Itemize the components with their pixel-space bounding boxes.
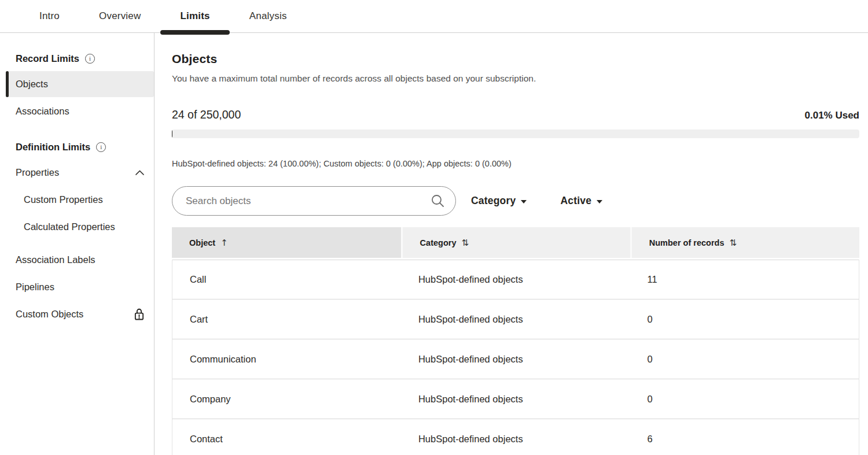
sidebar-item-properties[interactable]: Properties	[0, 160, 154, 186]
cell-object: Contact	[172, 419, 401, 455]
sidebar-item-custom-properties[interactable]: Custom Properties	[0, 187, 154, 213]
tab-overview[interactable]: Overview	[79, 0, 160, 32]
sidebar-item-label: Association Labels	[16, 254, 95, 265]
sidebar-item-objects[interactable]: Objects	[6, 71, 154, 97]
section-title-text: Record Limits	[16, 53, 79, 64]
cell-object: Company	[172, 379, 401, 419]
category-filter-button[interactable]: Category	[471, 189, 527, 213]
table-row: Communication HubSpot-defined objects 0	[172, 339, 859, 379]
sidebar-item-label: Pipelines	[16, 282, 54, 293]
usage-percent: 0.01% Used	[805, 110, 860, 121]
filter-label: Active	[560, 195, 591, 207]
sort-asc-icon: ↑	[220, 238, 228, 248]
search-input[interactable]	[172, 186, 456, 216]
search-field	[172, 186, 456, 216]
table-row: Company HubSpot-defined objects 0	[172, 379, 859, 419]
table-row: Call HubSpot-defined objects 11	[172, 260, 859, 299]
active-tab-indicator	[160, 30, 229, 35]
info-icon[interactable]: i	[85, 54, 95, 64]
tab-label: Intro	[39, 10, 60, 22]
cell-records: 0	[630, 379, 859, 419]
cell-records: 11	[630, 260, 859, 299]
filter-label: Category	[471, 195, 516, 207]
column-label: Category	[420, 238, 457, 247]
cell-object: Call	[172, 260, 401, 299]
caret-down-icon	[521, 200, 527, 204]
cell-records: 0	[630, 299, 859, 339]
sidebar-item-label: Properties	[16, 167, 59, 178]
main-content: Objects You have a maximum total number …	[155, 33, 868, 455]
active-filter-button[interactable]: Active	[560, 189, 602, 213]
tab-analysis[interactable]: Analysis	[230, 0, 307, 32]
selected-indicator	[6, 71, 9, 97]
table-header: Object ↑ Category ⇅ Number of records ⇅	[172, 227, 859, 258]
top-tab-bar: Intro Overview Limits Analysis	[0, 0, 868, 33]
cell-category: HubSpot-defined objects	[401, 419, 630, 455]
section-title-record-limits: Record Limits i	[0, 52, 154, 65]
cell-records: 6	[630, 419, 859, 455]
sidebar-item-calculated-properties[interactable]: Calculated Properties	[0, 214, 154, 240]
column-header-category[interactable]: Category ⇅	[401, 227, 630, 258]
sidebar-item-associations[interactable]: Associations	[0, 98, 154, 124]
lock-icon	[134, 308, 145, 321]
sidebar-item-association-labels[interactable]: Association Labels	[0, 247, 154, 273]
sidebar-item-label: Custom Objects	[16, 309, 83, 320]
tab-limits[interactable]: Limits	[160, 0, 229, 32]
sort-both-icon: ⇅	[730, 238, 737, 248]
sidebar-item-label: Objects	[16, 79, 48, 90]
usage-progress-bar	[172, 130, 859, 138]
sidebar-item-custom-objects[interactable]: Custom Objects	[0, 301, 154, 327]
column-label: Number of records	[649, 238, 724, 247]
caret-down-icon	[597, 200, 602, 204]
cell-category: HubSpot-defined objects	[401, 260, 630, 299]
tab-label: Analysis	[249, 10, 287, 22]
column-header-object[interactable]: Object ↑	[172, 227, 401, 258]
cell-records: 0	[630, 339, 859, 379]
column-header-records[interactable]: Number of records ⇅	[630, 227, 859, 258]
tab-label: Overview	[99, 10, 141, 22]
cell-category: HubSpot-defined objects	[401, 299, 630, 339]
sidebar: Record Limits i Objects Associations Def…	[0, 33, 155, 455]
cell-object: Cart	[172, 299, 401, 339]
table-controls: Category Active	[172, 186, 859, 216]
usage-count: 24 of 250,000	[172, 108, 241, 121]
objects-table: Object ↑ Category ⇅ Number of records ⇅ …	[172, 227, 859, 455]
cell-category: HubSpot-defined objects	[401, 339, 630, 379]
sidebar-item-pipelines[interactable]: Pipelines	[0, 274, 154, 300]
sidebar-item-label: Custom Properties	[24, 194, 103, 205]
column-label: Object	[189, 238, 215, 247]
cell-object: Communication	[172, 339, 401, 379]
sidebar-item-label: Calculated Properties	[24, 221, 115, 232]
section-title-text: Definition Limits	[16, 142, 90, 153]
table-body: Call HubSpot-defined objects 11 Cart Hub…	[172, 260, 859, 455]
tab-label: Limits	[180, 10, 209, 22]
page-description: You have a maximum total number of recor…	[172, 73, 859, 84]
tab-intro[interactable]: Intro	[20, 0, 79, 32]
sidebar-item-label: Associations	[16, 106, 69, 117]
section-title-definition-limits: Definition Limits i	[0, 140, 154, 153]
cell-category: HubSpot-defined objects	[401, 379, 630, 419]
info-icon[interactable]: i	[96, 142, 106, 152]
usage-breakdown: HubSpot-defined objects: 24 (100.00%); C…	[172, 159, 859, 168]
chevron-up-icon	[135, 169, 145, 176]
search-icon[interactable]	[431, 194, 444, 208]
table-row: Contact HubSpot-defined objects 6	[172, 419, 859, 455]
page-title: Objects	[172, 52, 859, 66]
sort-both-icon: ⇅	[461, 238, 469, 248]
table-row: Cart HubSpot-defined objects 0	[172, 299, 859, 339]
usage-summary: 24 of 250,000 0.01% Used	[172, 108, 859, 121]
